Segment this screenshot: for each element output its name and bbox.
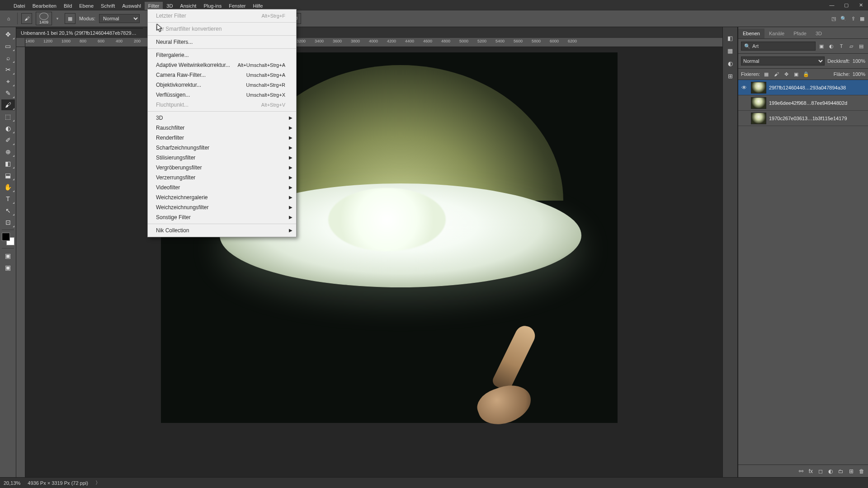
- tool-7[interactable]: ⬚: [1, 111, 15, 122]
- search-icon[interactable]: 🔍: [840, 16, 847, 22]
- menu-item[interactable]: Weichzeichnungsfilter▶: [148, 202, 296, 212]
- tool-2[interactable]: ⌕: [1, 52, 15, 63]
- tool-15[interactable]: ↖: [1, 205, 15, 216]
- tool-10[interactable]: ⊕: [1, 146, 15, 157]
- menu-item[interactable]: Vergröberungsfilter▶: [148, 163, 296, 173]
- blend-mode-select[interactable]: Normal: [99, 14, 140, 23]
- layer-row[interactable]: 1970c267e03613…1b3f115e14179: [738, 111, 868, 126]
- menu-auswahl[interactable]: Auswahl: [118, 2, 145, 10]
- menu-item[interactable]: Scharfzeichnungsfilter▶: [148, 143, 296, 153]
- adjustments-panel-icon[interactable]: ◐: [725, 58, 736, 69]
- ruler-origin[interactable]: [16, 38, 25, 47]
- group-icon[interactable]: 🗀: [838, 468, 844, 474]
- delete-layer-icon[interactable]: 🗑: [859, 468, 864, 474]
- menu-item[interactable]: 3D▶: [148, 113, 296, 123]
- layer-blend-mode[interactable]: Normal: [741, 56, 825, 66]
- tool-14[interactable]: T: [1, 193, 15, 204]
- layer-thumbnail[interactable]: [751, 97, 766, 109]
- properties-panel-icon[interactable]: ⊞: [725, 70, 736, 81]
- menu-item[interactable]: Filtergalerie...: [148, 50, 296, 60]
- chevron-down-icon[interactable]: ▼: [56, 17, 61, 21]
- filter-adjust-icon[interactable]: ◐: [827, 42, 835, 50]
- lock-image-icon[interactable]: 🖌: [773, 70, 780, 78]
- layer-visibility-icon[interactable]: 👁: [740, 84, 748, 91]
- layer-thumbnail[interactable]: [751, 82, 766, 94]
- cloud-docs-icon[interactable]: ◳: [831, 16, 836, 22]
- adjustment-layer-icon[interactable]: ◐: [828, 468, 833, 474]
- layer-row[interactable]: 👁29f7fb12460448…293a047894a38: [738, 80, 868, 95]
- tool-13[interactable]: ✋: [1, 182, 15, 192]
- share-icon[interactable]: ⇪: [851, 16, 855, 22]
- tool-11[interactable]: ◧: [1, 158, 15, 169]
- zoom-level[interactable]: 20,13%: [4, 480, 20, 486]
- panel-tab-3d[interactable]: 3D: [811, 28, 826, 38]
- tool-6[interactable]: 🖌: [1, 99, 15, 110]
- layer-filter-type[interactable]: 🔍 Art: [741, 42, 816, 51]
- tool-9[interactable]: ✐: [1, 135, 15, 145]
- document-info[interactable]: 4936 Px × 3319 Px (72 ppi): [28, 480, 88, 486]
- menu-bild[interactable]: Bild: [60, 2, 75, 10]
- link-layers-icon[interactable]: ⚯: [799, 468, 803, 474]
- lock-transparency-icon[interactable]: ▦: [763, 70, 770, 78]
- workspace-icon[interactable]: ▦: [860, 16, 864, 22]
- swatches-panel-icon[interactable]: ▦: [725, 45, 736, 56]
- menu-item[interactable]: Objektivkorrektur...Umschalt+Strg+R: [148, 80, 296, 90]
- tool-8[interactable]: ◐: [1, 123, 15, 134]
- menu-bearbeiten[interactable]: Bearbeiten: [29, 2, 60, 10]
- menu-item[interactable]: Videofilter▶: [148, 183, 296, 192]
- fill-value[interactable]: 100%: [853, 71, 865, 77]
- horizontal-ruler[interactable]: 1400120010008006004002001600180020002200…: [25, 38, 722, 47]
- tool-16[interactable]: ⊡: [1, 217, 15, 228]
- tool-12[interactable]: ⬓: [1, 170, 15, 181]
- lock-all-icon[interactable]: 🔒: [802, 70, 810, 78]
- canvas[interactable]: [25, 47, 722, 477]
- menu-item[interactable]: Sonstige Filter▶: [148, 212, 296, 222]
- vertical-ruler[interactable]: [16, 47, 25, 477]
- fg-bg-colors[interactable]: [2, 233, 14, 245]
- menu-ebene[interactable]: Ebene: [75, 2, 97, 10]
- menu-item[interactable]: Rauschfilter▶: [148, 123, 296, 133]
- tool-0[interactable]: ✥: [1, 29, 15, 40]
- menu-schrift[interactable]: Schrift: [97, 2, 118, 10]
- filter-type-icon[interactable]: T: [837, 42, 845, 50]
- brush-preset-picker[interactable]: 1409: [36, 12, 52, 25]
- tool-5[interactable]: ✎: [1, 88, 15, 99]
- status-chevron-icon[interactable]: 〉: [95, 479, 100, 486]
- layer-name[interactable]: 199e6dee42f968…87ee94944802d: [769, 100, 866, 106]
- screen-mode-icon[interactable]: ▣: [1, 262, 15, 273]
- home-icon[interactable]: ⌂: [4, 14, 14, 23]
- layer-name[interactable]: 1970c267e03613…1b3f115e14179: [769, 116, 866, 121]
- filter-shape-icon[interactable]: ▱: [847, 42, 855, 50]
- tool-3[interactable]: ✂: [1, 64, 15, 75]
- tool-1[interactable]: ▭: [1, 41, 15, 52]
- menu-item[interactable]: Renderfilter▶: [148, 133, 296, 143]
- close-button[interactable]: ✕: [854, 0, 868, 10]
- layer-row[interactable]: 199e6dee42f968…87ee94944802d: [738, 95, 868, 111]
- tool-4[interactable]: ⌖: [1, 76, 15, 87]
- menu-item[interactable]: Adaptive Weitwinkelkorrektur...Alt+Umsch…: [148, 60, 296, 70]
- menu-item[interactable]: Verflüssigen...Umschalt+Strg+X: [148, 90, 296, 100]
- filter-smart-icon[interactable]: ▤: [857, 42, 865, 50]
- quick-mask-icon[interactable]: ▣: [1, 250, 15, 261]
- menu-datei[interactable]: Datei: [10, 2, 29, 10]
- minimize-button[interactable]: —: [825, 0, 839, 10]
- menu-item[interactable]: Camera Raw-Filter...Umschalt+Strg+A: [148, 70, 296, 80]
- panel-tab-kanäle[interactable]: Kanäle: [764, 28, 789, 38]
- layer-mask-icon[interactable]: ◻: [818, 468, 823, 474]
- panel-tab-ebenen[interactable]: Ebenen: [738, 28, 764, 38]
- menu-item[interactable]: Verzerrungsfilter▶: [148, 173, 296, 183]
- brush-settings-icon[interactable]: ▦: [65, 13, 75, 24]
- menu-item[interactable]: Weichzeichnergalerie▶: [148, 192, 296, 202]
- document-tab[interactable]: Unbenannt-1 bei 20,1% (29f7fb124604487eb…: [16, 28, 143, 38]
- layer-name[interactable]: 29f7fb12460448…293a047894a38: [769, 85, 866, 90]
- maximize-button[interactable]: ▢: [839, 0, 854, 10]
- panel-tab-pfade[interactable]: Pfade: [789, 28, 811, 38]
- menu-item[interactable]: Neural Filters...: [148, 37, 296, 47]
- lock-position-icon[interactable]: ✥: [783, 70, 790, 78]
- menu-item[interactable]: Nik Collection▶: [148, 225, 296, 235]
- lock-artboard-icon[interactable]: ▣: [793, 70, 800, 78]
- color-panel-icon[interactable]: ◧: [725, 33, 736, 43]
- new-layer-icon[interactable]: ⊞: [849, 468, 854, 474]
- layer-thumbnail[interactable]: [751, 113, 766, 124]
- filter-menu-dropdown[interactable]: Letzter FilterAlt+Strg+FFür Smartfilter …: [147, 9, 297, 237]
